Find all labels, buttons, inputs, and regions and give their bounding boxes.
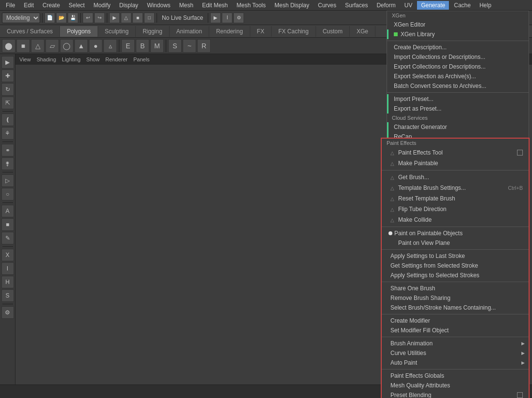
move-tool-btn[interactable]: ✚ xyxy=(1,70,14,82)
character-generator-item[interactable]: Character Generator xyxy=(387,122,529,132)
menu-mesh[interactable]: Mesh xyxy=(175,1,197,10)
paint-sel-btn[interactable]: ⚘ xyxy=(1,127,14,140)
save-scene-btn[interactable]: 💾 xyxy=(68,13,78,23)
tab-rendering[interactable]: Rendering xyxy=(209,26,250,37)
show-btn[interactable]: S xyxy=(1,289,14,302)
open-scene-btn[interactable]: 📂 xyxy=(56,13,67,23)
poly-prism-btn[interactable]: ▵ xyxy=(103,39,117,53)
redo-btn[interactable]: ↪ xyxy=(94,13,105,23)
extrude-btn[interactable]: E xyxy=(121,39,135,53)
bridge-btn[interactable]: B xyxy=(136,39,149,53)
template-brush-settings-item[interactable]: △ Template Brush Settings... Ctrl+B xyxy=(382,183,529,193)
menu-cache[interactable]: Cache xyxy=(450,1,474,10)
scale-tool-btn[interactable]: ⇱ xyxy=(1,97,14,109)
render-settings-btn[interactable]: ⚙ xyxy=(233,13,244,23)
menu-mesh-tools[interactable]: Mesh Tools xyxy=(233,1,270,10)
sculpt-btn[interactable]: S xyxy=(168,39,182,53)
select-tool-btn[interactable]: ▶ xyxy=(1,56,14,69)
preset-blending-item[interactable]: Preset Blending xyxy=(382,390,529,398)
get-brush-item[interactable]: △ Get Brush... xyxy=(382,172,529,183)
preset-blending-checkbox[interactable] xyxy=(517,392,523,398)
tab-custom[interactable]: Custom xyxy=(316,26,350,37)
tab-animation[interactable]: Animation xyxy=(170,26,209,37)
create-modifier-item[interactable]: Create Modifier xyxy=(382,316,529,326)
poly-sphere-btn[interactable]: ⬤ xyxy=(2,39,15,53)
get-settings-selected-item[interactable]: Get Settings from Selected Stroke xyxy=(382,261,529,270)
menu-curves[interactable]: Curves xyxy=(314,1,340,10)
snap-btn[interactable]: ⚵ xyxy=(1,157,14,170)
menu-display[interactable]: Display xyxy=(115,1,142,10)
tab-curves-surfaces[interactable]: Curves / Surfaces xyxy=(0,26,60,37)
paint-effects-tool-item[interactable]: △ Paint Effects Tool xyxy=(382,147,529,158)
import-preset-item[interactable]: Import Preset... xyxy=(387,94,529,104)
reset-template-brush-item[interactable]: △ Reset Template Brush xyxy=(382,193,529,204)
make-collide-item[interactable]: △ Make Collide xyxy=(382,214,529,225)
make-paintable-item[interactable]: △ Make Paintable xyxy=(382,158,529,169)
tab-rigging[interactable]: Rigging xyxy=(136,26,170,37)
menu-windows[interactable]: Windows xyxy=(143,1,174,10)
paint-effects-globals-item[interactable]: Paint Effects Globals xyxy=(382,371,529,381)
merge-btn[interactable]: M xyxy=(150,39,164,53)
import-collections-item[interactable]: Import Collections or Descriptions... xyxy=(387,52,529,62)
menu-file[interactable]: File xyxy=(2,1,19,10)
menu-deform[interactable]: Deform xyxy=(373,1,399,10)
remove-brush-sharing-item[interactable]: Remove Brush Sharing xyxy=(382,293,529,303)
curve-utilities-item[interactable]: Curve Utilities xyxy=(382,348,529,358)
xgen-library-item[interactable]: XGen Library xyxy=(387,29,529,39)
lasso-tool-btn[interactable]: ❪ xyxy=(1,114,14,126)
poly-plane-btn[interactable]: ▱ xyxy=(45,39,59,53)
batch-convert-item[interactable]: Batch Convert Scenes to Archives... xyxy=(387,81,529,91)
auto-paint-item[interactable]: Auto Paint xyxy=(382,358,529,368)
vp-menu-show[interactable]: Show xyxy=(86,57,100,62)
set-modifier-fill-item[interactable]: Set Modifier Fill Object xyxy=(382,326,529,335)
smooth-btn[interactable]: ~ xyxy=(183,39,196,53)
poly-cone-btn[interactable]: ▲ xyxy=(74,39,88,53)
apply-settings-last-item[interactable]: Apply Settings to Last Stroke xyxy=(382,251,529,261)
menu-select[interactable]: Select xyxy=(65,1,88,10)
paint-on-view-plane-item[interactable]: Paint on View Plane xyxy=(382,238,529,248)
menu-modify[interactable]: Modify xyxy=(89,1,114,10)
menu-create[interactable]: Create xyxy=(39,1,64,10)
poly-cube-btn[interactable]: ■ xyxy=(16,39,30,53)
hide-btn[interactable]: H xyxy=(1,276,14,288)
menu-edit[interactable]: Edit xyxy=(20,1,38,10)
mesh-quality-attributes-item[interactable]: Mesh Quality Attributes xyxy=(382,381,529,390)
render-view-btn[interactable]: ○ xyxy=(1,188,14,200)
poly-cylinder-btn[interactable]: △ xyxy=(31,39,44,53)
menu-mesh-display[interactable]: Mesh Display xyxy=(271,1,313,10)
snap-grid-btn[interactable]: □ xyxy=(144,13,155,23)
select-btn[interactable]: ▶ xyxy=(109,13,120,23)
annotate-btn[interactable]: A xyxy=(1,205,14,217)
camera-btn[interactable]: ▷ xyxy=(1,174,14,187)
xgen-editor-item[interactable]: XGen Editor xyxy=(387,20,529,29)
rotate-tool-btn[interactable]: ↻ xyxy=(1,83,14,96)
tab-fx-caching[interactable]: FX Caching xyxy=(272,26,316,37)
tab-sculpting[interactable]: Sculpting xyxy=(98,26,136,37)
tab-xge[interactable]: XGe xyxy=(350,26,375,37)
vp-menu-renderer[interactable]: Renderer xyxy=(105,57,128,62)
poly-torus-btn[interactable]: ◯ xyxy=(60,39,73,53)
flip-tube-direction-item[interactable]: △ Flip Tube Direction xyxy=(382,204,529,214)
relax-btn[interactable]: R xyxy=(197,39,211,53)
workspace-dropdown[interactable]: Modeling xyxy=(2,13,40,23)
isolate-btn[interactable]: I xyxy=(1,262,14,275)
apply-settings-selected-item[interactable]: Apply Settings to Selected Strokes xyxy=(382,270,529,280)
paint-effects-tool-checkbox[interactable] xyxy=(517,150,523,156)
paint-on-paintable-item[interactable]: Paint on Paintable Objects xyxy=(382,228,529,238)
poly-disk-btn[interactable]: ● xyxy=(89,39,102,53)
new-scene-btn[interactable]: 📄 xyxy=(44,13,55,23)
vp-menu-view[interactable]: View xyxy=(19,57,31,62)
soft-sel-btn[interactable]: ⚭ xyxy=(1,144,14,156)
settings-btn[interactable]: ⚙ xyxy=(1,306,14,319)
undo-btn[interactable]: ↩ xyxy=(83,13,93,23)
vp-menu-lighting[interactable]: Lighting xyxy=(62,57,81,62)
paint-btn[interactable]: ■ xyxy=(132,13,143,23)
vp-menu-panels[interactable]: Panels xyxy=(133,57,150,62)
lasso-btn[interactable]: △ xyxy=(121,13,131,23)
share-one-brush-item[interactable]: Share One Brush xyxy=(382,284,529,293)
tab-fx[interactable]: FX xyxy=(250,26,272,37)
grease-btn[interactable]: ✎ xyxy=(1,232,14,244)
vp-menu-shading[interactable]: Shading xyxy=(37,57,56,62)
menu-surfaces[interactable]: Surfaces xyxy=(341,1,372,10)
xray-btn[interactable]: X xyxy=(1,249,14,261)
